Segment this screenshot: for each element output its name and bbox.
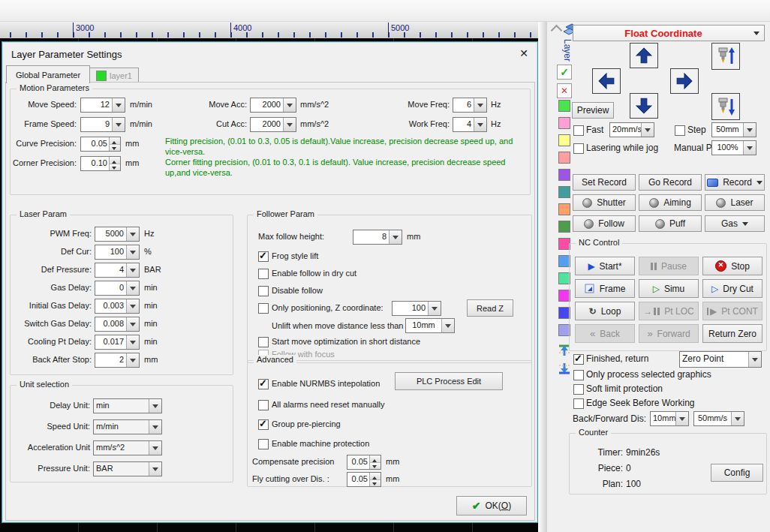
dropdown-arrow-icon[interactable] bbox=[441, 319, 454, 332]
dropdown-arrow-icon[interactable] bbox=[283, 98, 296, 112]
enable-machine-protection-checkbox[interactable] bbox=[258, 439, 269, 449]
go-record-button[interactable]: Go Record bbox=[639, 174, 702, 191]
return-position-select[interactable]: Zero Point bbox=[679, 351, 762, 368]
dropdown-arrow-icon[interactable] bbox=[675, 412, 688, 425]
speed-unit-select[interactable]: m/min bbox=[93, 419, 162, 434]
disable-follow-checkbox[interactable] bbox=[258, 286, 269, 296]
nozzle-up-button[interactable] bbox=[711, 43, 740, 70]
def-pressure-combo[interactable]: 4 bbox=[95, 263, 140, 278]
read-z-button[interactable]: Read Z bbox=[467, 299, 513, 317]
dropdown-arrow-icon[interactable] bbox=[126, 299, 139, 313]
dropdown-arrow-icon[interactable] bbox=[748, 352, 761, 367]
preview-button[interactable]: Preview bbox=[572, 102, 614, 119]
dropdown-arrow-icon[interactable] bbox=[283, 118, 296, 131]
tab-global-parameter[interactable]: Global Parameter bbox=[6, 65, 90, 83]
soft-limit-checkbox[interactable] bbox=[573, 384, 584, 395]
laser-button[interactable]: Laser bbox=[705, 194, 765, 211]
dropdown-arrow-icon[interactable] bbox=[126, 335, 139, 349]
fast-speed-combo[interactable]: 20mm/s bbox=[609, 122, 654, 137]
shutter-button[interactable]: Shutter bbox=[573, 194, 636, 211]
dropdown-arrow-icon[interactable] bbox=[149, 462, 161, 476]
lasering-while-jog-checkbox[interactable] bbox=[573, 143, 584, 154]
pwm-freq-combo[interactable]: 5000 bbox=[95, 227, 140, 242]
spinner-arrows-icon[interactable] bbox=[369, 473, 380, 486]
coordinate-mode-dropdown[interactable]: Float Coordinate bbox=[573, 25, 765, 41]
cut-acc-combo[interactable]: 2000 bbox=[250, 117, 296, 132]
group-pre-piercing-checkbox[interactable] bbox=[258, 419, 269, 430]
jog-up-button[interactable] bbox=[630, 43, 658, 68]
dropdown-arrow-icon[interactable] bbox=[474, 98, 486, 112]
frame-speed-combo[interactable]: 9 bbox=[80, 117, 125, 132]
dropdown-arrow-icon[interactable] bbox=[149, 441, 161, 455]
cooling-pt-delay-combo[interactable]: 0.017 bbox=[95, 335, 140, 350]
delay-unit-select[interactable]: min bbox=[93, 398, 162, 413]
edge-seek-checkbox[interactable] bbox=[573, 398, 584, 409]
step-distance-combo[interactable]: 50mm bbox=[711, 122, 756, 137]
color-swatch[interactable] bbox=[558, 134, 570, 146]
spinner-arrows-icon[interactable] bbox=[109, 137, 120, 151]
tab-layer1[interactable]: layer1 bbox=[89, 68, 139, 83]
dropdown-arrow-icon[interactable] bbox=[641, 123, 654, 137]
canvas-scrollbar[interactable] bbox=[538, 22, 547, 532]
color-swatch[interactable] bbox=[558, 100, 570, 112]
initial-gas-delay-combo[interactable]: 0.003 bbox=[95, 299, 140, 314]
dropdown-arrow-icon[interactable] bbox=[743, 123, 756, 137]
dropdown-arrow-icon[interactable] bbox=[112, 118, 125, 131]
dropdown-arrow-icon[interactable] bbox=[126, 245, 139, 259]
aiming-button[interactable]: Aiming bbox=[639, 194, 702, 211]
dropdown-arrow-icon[interactable] bbox=[731, 412, 744, 425]
start-move-optimization-checkbox[interactable] bbox=[258, 337, 269, 347]
set-record-button[interactable]: Set Record bbox=[573, 174, 636, 191]
color-swatch[interactable] bbox=[558, 203, 570, 215]
dropdown-arrow-icon[interactable] bbox=[428, 302, 441, 315]
step-checkbox[interactable] bbox=[675, 125, 685, 136]
dropdown-arrow-icon[interactable] bbox=[126, 317, 139, 331]
color-swatch[interactable] bbox=[558, 117, 570, 129]
plc-process-edit-button[interactable]: PLC Process Edit bbox=[395, 372, 503, 390]
move-freq-combo[interactable]: 6 bbox=[453, 98, 487, 113]
back-forward-distance-combo[interactable]: 10mm bbox=[650, 411, 689, 426]
manual-power-combo[interactable]: 100% bbox=[711, 140, 756, 155]
dropdown-arrow-icon[interactable] bbox=[149, 399, 161, 413]
gas-button[interactable]: Gas bbox=[705, 215, 765, 232]
dropdown-arrow-icon[interactable] bbox=[389, 230, 402, 244]
compensate-precision-spinner[interactable]: 0.05 bbox=[347, 455, 381, 470]
color-swatch[interactable] bbox=[558, 221, 570, 233]
pressure-unit-select[interactable]: BAR bbox=[93, 461, 162, 476]
switch-gas-delay-combo[interactable]: 0.008 bbox=[95, 317, 140, 332]
spinner-arrows-icon[interactable] bbox=[109, 157, 120, 170]
jog-down-button[interactable] bbox=[630, 93, 658, 119]
finished-return-checkbox[interactable] bbox=[573, 354, 584, 365]
color-swatch[interactable] bbox=[558, 186, 570, 198]
nozzle-down-button[interactable] bbox=[711, 93, 740, 120]
follow-button[interactable]: Follow bbox=[573, 215, 636, 232]
def-cur-combo[interactable]: 100 bbox=[95, 245, 140, 260]
curve-precision-spinner[interactable]: 0.05 bbox=[80, 137, 121, 152]
jog-left-button[interactable] bbox=[592, 68, 621, 94]
dropdown-arrow-icon[interactable] bbox=[126, 263, 139, 277]
corner-precision-spinner[interactable]: 0.10 bbox=[80, 156, 121, 171]
only-process-selected-checkbox[interactable] bbox=[573, 370, 584, 380]
move-speed-combo[interactable]: 12 bbox=[80, 98, 125, 113]
fast-checkbox[interactable] bbox=[573, 125, 584, 136]
dropdown-arrow-icon[interactable] bbox=[126, 227, 139, 241]
jog-right-button[interactable] bbox=[670, 68, 699, 94]
acceleration-unit-select[interactable]: mm/s^2 bbox=[93, 440, 162, 455]
ok-button[interactable]: ✔ OK(O) bbox=[456, 496, 527, 515]
dropdown-arrow-icon[interactable] bbox=[126, 281, 139, 295]
gas-delay-combo[interactable]: 0 bbox=[95, 281, 140, 296]
dropdown-arrow-icon[interactable] bbox=[126, 353, 139, 367]
unlift-distance-combo[interactable]: 10mm bbox=[405, 318, 455, 333]
dropdown-arrow-icon[interactable] bbox=[149, 420, 161, 434]
dropdown-arrow-icon[interactable] bbox=[474, 118, 486, 131]
puff-button[interactable]: Puff bbox=[639, 215, 702, 232]
fly-cutting-spinner[interactable]: 0.05 bbox=[347, 472, 381, 487]
color-swatch[interactable] bbox=[558, 152, 570, 164]
record-button[interactable]: Record bbox=[705, 174, 765, 191]
only-positioning-checkbox[interactable] bbox=[258, 303, 269, 314]
close-icon[interactable]: ✕ bbox=[519, 47, 528, 59]
all-alarms-reset-checkbox[interactable] bbox=[258, 400, 269, 410]
enable-nurmbs-checkbox[interactable] bbox=[258, 379, 269, 389]
z-coordinate-combo[interactable]: 100 bbox=[392, 301, 441, 316]
dropdown-arrow-icon[interactable] bbox=[112, 98, 125, 112]
